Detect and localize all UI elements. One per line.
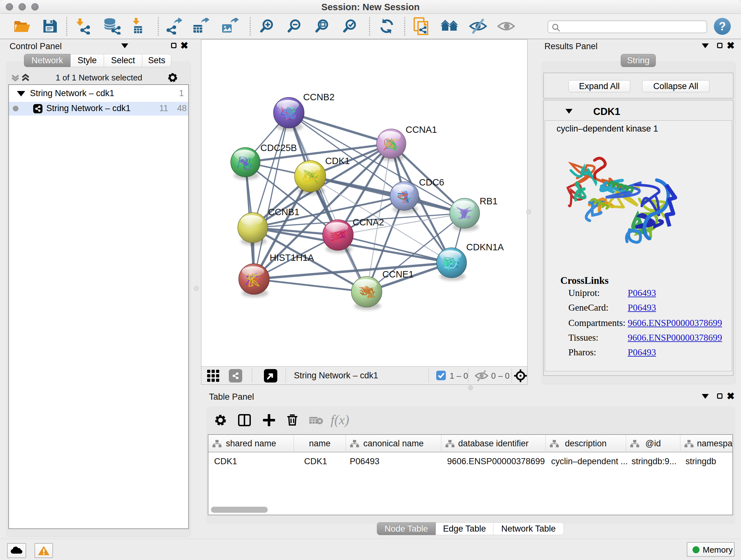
svg-text:CCNA1: CCNA1 [406, 125, 437, 135]
svg-text:RB1: RB1 [480, 196, 497, 206]
svg-text:CCNE1: CCNE1 [382, 269, 414, 279]
svg-text:CDC25B: CDC25B [260, 143, 297, 153]
svg-text:HIST1H1A: HIST1H1A [270, 253, 314, 263]
svg-text:CCNB1: CCNB1 [268, 207, 299, 217]
svg-text:CDC6: CDC6 [419, 177, 444, 187]
svg-text:CCNA2: CCNA2 [353, 217, 384, 227]
svg-text:CDKN1A: CDKN1A [466, 242, 504, 252]
svg-text:CCNB2: CCNB2 [303, 92, 334, 102]
svg-text:CDK1: CDK1 [325, 156, 350, 166]
